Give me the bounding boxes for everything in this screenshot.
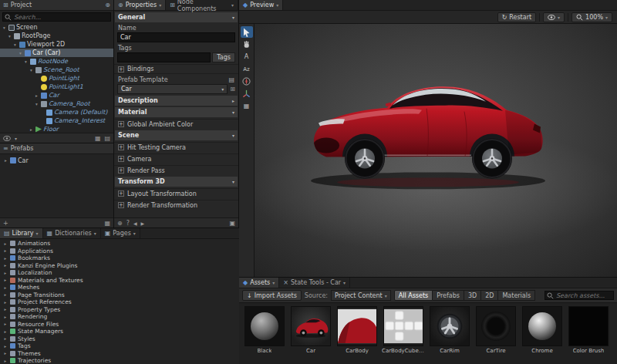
asset-card-chrome[interactable]: Chrome: [520, 306, 565, 361]
filter-materials[interactable]: Materials: [498, 290, 535, 301]
library-item-localization[interactable]: ▸Localization: [0, 269, 239, 277]
tree-item-floor[interactable]: ▸Floor: [0, 125, 113, 133]
axes-tool[interactable]: [241, 88, 253, 99]
layout-icon[interactable]: ▣: [229, 220, 235, 227]
render-transformation-row[interactable]: + Render Transformation: [114, 200, 238, 210]
tree-item-car[interactable]: ▸Car: [0, 91, 113, 99]
add-property-icon[interactable]: +: [118, 144, 124, 150]
project-search-input[interactable]: [2, 12, 111, 22]
library-item-bookmarks[interactable]: ▸Bookmarks: [0, 254, 239, 262]
library-item-meshes[interactable]: ▸Meshes: [0, 284, 239, 292]
library-item-materials-and-textures[interactable]: ▸Materials and Textures: [0, 277, 239, 285]
caret-right-icon[interactable]: ▸: [3, 285, 8, 290]
tree-item-scene-root[interactable]: ▾Scene_Root: [0, 66, 113, 74]
library-item-trajectories[interactable]: ▸Trajectories: [0, 357, 239, 364]
text-select-tool[interactable]: A: [241, 51, 253, 62]
library-item-animations[interactable]: ▸Animations: [0, 240, 239, 248]
caret-right-icon[interactable]: ▸: [3, 300, 8, 305]
tab-preview[interactable]: ◆ Preview ▾: [239, 0, 283, 10]
layout-transformation-row[interactable]: + Layout Transformation: [114, 188, 238, 198]
add-property-icon[interactable]: +: [118, 167, 124, 174]
tab-dictionaries[interactable]: ▦ Dictionaries ▾: [43, 228, 101, 238]
preview-canvas[interactable]: [255, 24, 617, 277]
tree-item-rootnode[interactable]: ▾RootNode: [0, 57, 113, 66]
close-icon[interactable]: ×: [283, 279, 288, 286]
caret-right-icon[interactable]: ▸: [3, 329, 8, 334]
caret-right-icon[interactable]: ▸: [29, 127, 34, 132]
caret-right-icon[interactable]: ▸: [3, 344, 8, 349]
caret-right-icon[interactable]: ▸: [3, 241, 8, 246]
section-material[interactable]: Material ▾: [115, 107, 238, 117]
caret-right-icon[interactable]: ▸: [34, 93, 39, 98]
caret-right-icon[interactable]: ▸: [3, 359, 8, 363]
list-view-icon[interactable]: ▤: [104, 135, 110, 142]
section-scene[interactable]: Scene ▾: [115, 130, 238, 140]
tree-item-rootpage[interactable]: ▾RootPage: [0, 32, 113, 40]
caret-down-icon[interactable]: ▾: [23, 59, 29, 64]
caret-right-icon[interactable]: ▸: [3, 307, 8, 312]
tags-input[interactable]: [117, 52, 211, 62]
name-input[interactable]: [117, 32, 235, 42]
filter-2d[interactable]: 2D: [481, 290, 498, 301]
source-dropdown[interactable]: Project Content ▾: [331, 290, 391, 301]
tree-item-screen[interactable]: ▾Screen: [0, 23, 113, 32]
render-pass-row[interactable]: + Render Pass: [114, 165, 238, 175]
tree-item-camera-default[interactable]: Camera (Default): [0, 108, 113, 116]
caret-right-icon[interactable]: ▸: [3, 158, 8, 163]
prefab-template-edit-icon[interactable]: ⊞: [230, 86, 235, 93]
add-prefab-icon[interactable]: +: [3, 220, 8, 227]
library-item-property-types[interactable]: ▸Property Types: [0, 306, 239, 314]
caret-right-icon[interactable]: ▸: [3, 315, 8, 319]
zoom-control[interactable]: 100% ▾: [571, 12, 612, 22]
caret-down-icon[interactable]: ▾: [7, 34, 12, 39]
add-property-icon[interactable]: +: [118, 190, 124, 197]
visibility-filter-icon[interactable]: [3, 136, 11, 141]
filter-3d[interactable]: 3D: [464, 290, 481, 301]
filter-all-assets[interactable]: All Assets: [394, 290, 433, 301]
add-binding-icon[interactable]: +: [118, 66, 124, 72]
tags-button[interactable]: Tags: [212, 52, 235, 62]
tab-node-components[interactable]: ⊞ Node Components ▾: [166, 0, 238, 10]
bindings-row[interactable]: + Bindings: [114, 64, 238, 74]
asset-card-carbody[interactable]: CarBody: [335, 306, 379, 361]
asset-card-color-brush[interactable]: Color Brush: [566, 306, 611, 361]
library-item-applications[interactable]: ▸Applications: [0, 248, 239, 255]
caret-right-icon[interactable]: ▸: [3, 278, 8, 282]
tab-properties[interactable]: ⊕ Properties ▾: [114, 0, 166, 10]
hit-testing-camera-row[interactable]: + Hit Testing Camera: [114, 142, 238, 152]
library-item-styles[interactable]: ▸Styles: [0, 335, 239, 343]
project-menu-icon[interactable]: ⊕: [105, 2, 110, 8]
library-item-project-references[interactable]: ▸Project References: [0, 298, 239, 306]
asset-card-cartire[interactable]: CarTire: [474, 306, 518, 361]
caret-right-icon[interactable]: ▸: [3, 292, 8, 297]
asset-card-carrim[interactable]: CarRim: [427, 306, 472, 361]
tree-item-viewport-2d[interactable]: ▾Viewport 2D: [0, 40, 113, 49]
tree-item-pointlight1[interactable]: PointLight1: [0, 83, 113, 91]
help-icon[interactable]: ?: [126, 220, 130, 227]
library-item-resource-files[interactable]: ▸Resource Files: [0, 321, 239, 329]
caret-down-icon[interactable]: ▾: [12, 42, 18, 47]
camera-row[interactable]: + Camera: [114, 153, 238, 163]
caret-right-icon[interactable]: ▸: [3, 256, 8, 261]
tree-item-camera-root[interactable]: ▾Camera_Root: [0, 99, 113, 108]
filter-prefabs[interactable]: Prefabs: [433, 290, 464, 301]
caret-right-icon[interactable]: ▸: [3, 351, 8, 356]
tree-item-camera-interest[interactable]: Camera_Interest: [0, 116, 113, 125]
caret-down-icon[interactable]: ▾: [34, 102, 39, 106]
global-ambient-color-row[interactable]: + Global Ambient Color: [114, 119, 238, 129]
restart-button[interactable]: ↻ Restart: [497, 12, 536, 22]
tab-pages[interactable]: ▣ Pages ▾: [101, 228, 140, 238]
pan-tool[interactable]: [241, 39, 253, 50]
asset-card-car[interactable]: Car: [288, 306, 333, 361]
assets-search-input[interactable]: [545, 291, 614, 300]
tree-item-pointlight[interactable]: PointLight: [0, 74, 113, 83]
add-property-icon[interactable]: +: [118, 121, 124, 127]
section-description[interactable]: Description ▸: [115, 96, 238, 106]
grid-tool[interactable]: ▦: [241, 100, 253, 112]
library-item-kanzi-engine-plugins[interactable]: ▸Kanzi Engine Plugins: [0, 262, 239, 270]
caret-down-icon[interactable]: ▾: [2, 25, 7, 30]
compass-tool[interactable]: [241, 76, 253, 87]
add-property-icon[interactable]: +: [118, 156, 124, 162]
filter-caret-icon[interactable]: ▾: [15, 136, 17, 141]
section-general[interactable]: General ▾: [115, 12, 238, 22]
